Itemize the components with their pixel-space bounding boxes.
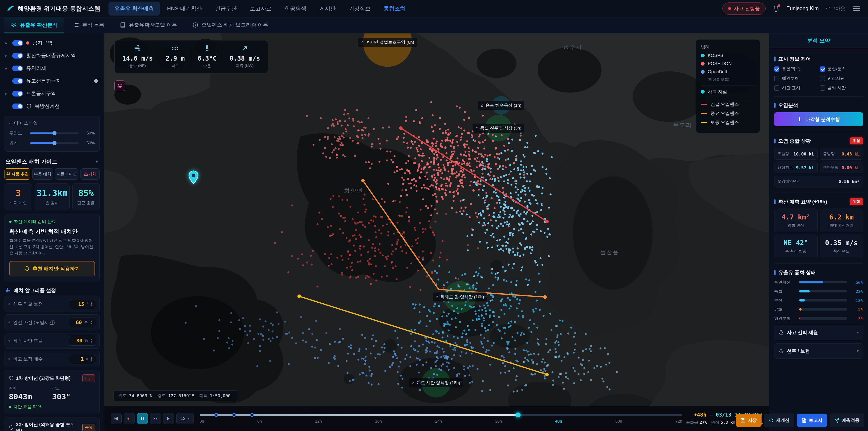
layer-toggle[interactable]: [12, 103, 23, 109]
tick-48h[interactable]: 48h: [555, 419, 562, 424]
stepper-arrows[interactable]: ▲▼: [90, 302, 93, 306]
chevron-right-icon[interactable]: ▸: [5, 53, 9, 58]
layer-toggle[interactable]: [12, 53, 23, 59]
chevron-right-icon[interactable]: ▸: [5, 91, 9, 96]
map-canvas[interactable]: 14.6 m/s풍속 (NE)2.9 m파고6.3°C수온0.38 m/s해류 …: [104, 33, 769, 431]
subtab-2[interactable]: 분석 목록: [66, 17, 111, 33]
nav-item-1[interactable]: 유출유 확산예측: [108, 2, 160, 16]
tick-0h[interactable]: 0h: [199, 419, 204, 424]
tick-24h[interactable]: 24h: [435, 419, 442, 424]
legend-fence-3: 보통 오일펜스: [701, 119, 755, 125]
user-name[interactable]: Eunjeong Kim: [786, 5, 819, 11]
save-button[interactable]: 저장: [736, 413, 762, 427]
tick-12h[interactable]: 12h: [315, 419, 322, 424]
tick-72h[interactable]: 72h: [675, 419, 682, 424]
chevron-right-icon[interactable]: ▸: [5, 66, 9, 71]
polygon-analysis-button[interactable]: 다각형 분석수행: [774, 112, 863, 126]
rewind-button[interactable]: [124, 413, 135, 424]
apply-plan-button[interactable]: 추천 배치안 적용하기: [9, 261, 95, 276]
wave-icon: [11, 22, 17, 28]
subtab-3[interactable]: 유출유확산모델 이론: [113, 17, 184, 33]
speed-select[interactable]: 1x ▾: [176, 413, 194, 424]
fence-color-line: [701, 104, 707, 105]
forecast-cell-4: 0.35 m/s확산 속도: [820, 235, 863, 258]
fast-forward-button[interactable]: [150, 413, 161, 424]
stepper-arrows[interactable]: ▲▼: [90, 320, 93, 325]
pause-button[interactable]: [137, 413, 148, 424]
tick-6h[interactable]: 6h: [257, 419, 262, 424]
algo-setting-1: 해류 직교 보정15°▲▼: [4, 296, 100, 312]
stepper-arrows[interactable]: ▲▼: [90, 357, 93, 361]
logout-link[interactable]: 로그아웃: [826, 5, 845, 12]
notification-bell-icon[interactable]: [772, 5, 780, 12]
sidebar-scroll-area[interactable]: ▸금지구역▸황산화물배출규제지역▸유처리제유조선통항금지▸드론금지구역북방한계선…: [0, 33, 104, 431]
incident-point-dot: [701, 90, 705, 94]
tab-analysis-summary[interactable]: 분석 요약: [769, 33, 868, 49]
layer-toggle[interactable]: [12, 78, 23, 84]
stepper-arrows[interactable]: ▲▼: [90, 338, 93, 343]
mode-button-4[interactable]: 초기화: [81, 168, 100, 180]
layer-label: 유처리제: [26, 65, 46, 72]
layer-toggle[interactable]: [12, 91, 23, 96]
recalculate-button[interactable]: 재계산: [764, 413, 794, 427]
skip-start-button[interactable]: [111, 413, 122, 424]
display-check-3[interactable]: 해안부착: [774, 75, 817, 81]
apply-forecast-button[interactable]: 예측적용: [830, 413, 864, 427]
map-analysis-tool-button[interactable]: [114, 81, 125, 91]
layer-toggle[interactable]: [12, 40, 23, 46]
display-check-6[interactable]: 날씨 시간: [820, 85, 863, 91]
display-check-1[interactable]: 유향/유속: [774, 66, 817, 72]
tick-18h[interactable]: 18h: [375, 419, 382, 424]
subtab-label: 유출유 확산분석: [20, 22, 58, 29]
nav-item-8[interactable]: 통합조회: [378, 2, 411, 16]
collapsed-section-2[interactable]: 선주 / 보험▾: [774, 343, 863, 359]
fence-card-2[interactable]: 2차 방어선 (외해용 중형 포위망)중요길이11180m각도303°차단 효율…: [4, 417, 100, 431]
fence-guide-header[interactable]: 오일펜스 배치 가이드 ▼: [4, 153, 100, 168]
algo-setting-input[interactable]: 80%▲▼: [69, 336, 96, 345]
nav-item-2[interactable]: HNS·대기확산: [161, 2, 208, 16]
grid-icon[interactable]: [93, 78, 99, 84]
mode-button-3[interactable]: 시뮬레이션: [55, 168, 79, 180]
nav-item-3[interactable]: 긴급구난: [209, 2, 243, 16]
subtab-1[interactable]: 유출유 확산분석: [4, 17, 64, 33]
timeline-ticks: 0h6h12h18h24h36h48h60h72h: [199, 419, 682, 424]
display-check-2[interactable]: 풍향/풍속: [820, 66, 863, 72]
mode-button-2[interactable]: 수동 배치: [32, 168, 53, 180]
nav-item-6[interactable]: 게시판: [313, 2, 342, 16]
mode-button-1[interactable]: AI 자동 추천: [4, 168, 30, 180]
tick-60h[interactable]: 60h: [615, 419, 622, 424]
timeline-checkpoint-3[interactable]: [250, 413, 254, 417]
slider-handle[interactable]: [53, 131, 57, 135]
skip-end-button[interactable]: [163, 413, 174, 424]
report-button[interactable]: 보고서: [797, 413, 827, 427]
slider-track[interactable]: [30, 143, 79, 144]
hamburger-menu-icon[interactable]: [852, 5, 861, 12]
subtab-4[interactable]: 오일펜스 배치 알고리즘 이론: [186, 17, 275, 33]
timeline-checkpoint-1[interactable]: [215, 413, 218, 417]
display-check-4[interactable]: 민감자원: [820, 75, 863, 81]
slider-handle[interactable]: [53, 141, 57, 145]
nav-item-4[interactable]: 보고자료: [244, 2, 277, 16]
guide-stat-3: 85%평균 효율: [72, 183, 100, 210]
incident-location-pin[interactable]: [188, 171, 199, 186]
thermo-icon: [204, 45, 211, 52]
book-icon: [120, 22, 126, 28]
algo-setting-input[interactable]: 60분▲▼: [69, 317, 96, 327]
timeline-current-handle[interactable]: [516, 412, 521, 418]
nav-item-5[interactable]: 항공탐색: [279, 2, 312, 16]
algo-setting-input[interactable]: 1x▲▼: [69, 354, 96, 364]
display-check-5[interactable]: 시간 표시: [774, 85, 817, 91]
slider-track[interactable]: [30, 132, 79, 134]
chevron-right-icon[interactable]: ▸: [5, 41, 9, 45]
tick-36h[interactable]: 36h: [495, 419, 502, 424]
fence-card-1[interactable]: 1차 방어선 (고강도 차단형)긴급길이8043m각도303°차단 효율 92%: [4, 370, 100, 414]
nav-item-7[interactable]: 기상정보: [343, 2, 376, 16]
layer-toggle[interactable]: [12, 65, 23, 71]
incident-status-badge[interactable]: 사고 진행중: [722, 2, 766, 15]
algo-setting-input[interactable]: 15°▲▼: [69, 299, 96, 309]
right-panel-scroll-area[interactable]: 표시 정보 제어 유향/유속풍향/풍속해안부착민감자원시간 표시날씨 시간 오염…: [769, 49, 868, 431]
timeline-checkpoint-2[interactable]: [232, 413, 236, 417]
legend-model-2: POSEIDON: [701, 61, 755, 66]
collapsed-section-1[interactable]: 사고 선박 제원▾: [774, 325, 863, 340]
timeline-track[interactable]: [199, 414, 682, 416]
